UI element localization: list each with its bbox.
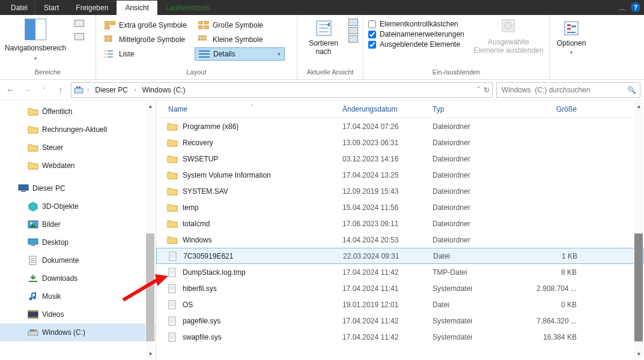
tab-start[interactable]: Start — [35, 1, 67, 15]
tree-item[interactable]: Desktop — [0, 233, 156, 251]
navigation-pane-icon — [25, 19, 46, 40]
file-row[interactable]: hiberfil.sys17.04.2024 11:41Systemdatei2… — [156, 280, 644, 296]
tree-item-label: Desktop — [42, 238, 68, 247]
file-modified: 17.04.2024 11:42 — [342, 333, 433, 341]
help-icon[interactable]: ? — [631, 2, 640, 12]
layout-extra-large[interactable]: Extra große Symbole — [101, 19, 191, 32]
file-row[interactable]: OS19.01.2019 12:01Datei0 KB — [156, 296, 644, 313]
file-icon — [167, 300, 178, 310]
breadcrumb-this-pc[interactable]: Dieser PC — [93, 86, 130, 94]
tab-laufwerktools[interactable]: Laufwerktools — [157, 1, 219, 15]
docs-icon — [28, 256, 38, 265]
layout-small[interactable]: Kleine Symbole — [195, 33, 285, 46]
tree-item[interactable]: Bilder — [0, 215, 156, 233]
checkbox-file-extensions[interactable]: Dateinamenerweiterungen — [368, 30, 464, 38]
file-row[interactable]: SYSTEM.SAV12.09.2019 15:43Dateiordner — [156, 183, 644, 199]
file-row[interactable]: pagefile.sys17.04.2024 11:42Systemdatei7… — [156, 313, 644, 329]
tree-item[interactable]: Downloads — [0, 269, 156, 287]
breadcrumb-drive-c[interactable]: Windows (C:) — [139, 86, 187, 94]
preview-pane-icon[interactable] — [74, 20, 84, 27]
minimize-ribbon-icon[interactable]: ︿ — [619, 4, 626, 14]
file-row[interactable]: 7C305919E62122.03.2024 09:31Datei1 KB — [156, 248, 644, 264]
add-columns-icon[interactable] — [348, 27, 358, 34]
file-row[interactable]: temp15.04.2024 11:56Dateiordner — [156, 199, 644, 215]
file-menu[interactable]: Datei — [4, 1, 35, 15]
folder-icon — [167, 203, 178, 212]
layout-large[interactable]: Große Symbole — [195, 19, 285, 32]
file-row[interactable]: swapfile.sys17.04.2024 11:42Systemdatei1… — [156, 329, 644, 345]
tab-ansicht[interactable]: Ansicht — [117, 1, 157, 15]
col-mod[interactable]: Änderungsdatum — [342, 105, 433, 113]
navigation-tree[interactable]: ÖffentlichRechnungen-AktuellSteuerWebdat… — [0, 100, 156, 360]
col-size[interactable]: Größe — [523, 105, 583, 113]
tree-item[interactable]: Steuer — [0, 139, 156, 157]
up-button[interactable]: ↑ — [54, 83, 67, 97]
file-row[interactable]: totalcmd17.06.2023 09:11Dateiordner — [156, 215, 644, 232]
file-row[interactable]: Windows14.04.2024 20:53Dateiordner — [156, 232, 644, 248]
file-name: pagefile.sys — [183, 317, 342, 325]
search-box[interactable]: 🔍 — [496, 82, 640, 98]
file-name: totalcmd — [183, 220, 342, 228]
folder-icon — [28, 107, 38, 116]
sort-button[interactable]: Sortieren nach — [302, 17, 345, 56]
layout-medium[interactable]: Mittelgroße Symbole — [101, 33, 191, 46]
tree-item[interactable]: Dokumente — [0, 251, 156, 269]
search-input[interactable] — [500, 85, 636, 95]
back-button[interactable]: ← — [4, 83, 17, 97]
svg-rect-69 — [169, 301, 175, 309]
tree-item[interactable]: Öffentlich — [0, 103, 156, 121]
layout-details[interactable]: Details▾ — [195, 47, 285, 61]
tab-freigeben[interactable]: Freigeben — [67, 1, 117, 15]
navigation-pane-button[interactable]: Navigationsbereich ▾ — [5, 19, 66, 61]
folder-icon — [167, 187, 178, 196]
breadcrumb-sep-icon[interactable]: › — [86, 86, 90, 93]
options-button[interactable]: Optionen ▾ — [554, 17, 588, 55]
file-row[interactable]: Recovery13.09.2023 06:31Dateiordner — [156, 134, 644, 151]
col-type[interactable]: Typ — [433, 105, 523, 113]
tree-item[interactable]: Videos — [0, 305, 156, 323]
scroll-up-icon[interactable]: ▴ — [634, 101, 643, 111]
refresh-icon[interactable]: ↻ — [484, 86, 490, 94]
tree-item[interactable]: Musik — [0, 287, 156, 305]
file-name: DumpStack.log.tmp — [183, 268, 342, 277]
tree-item[interactable]: 3D-Objekte — [0, 197, 156, 215]
file-name: temp — [183, 203, 342, 212]
forward-button[interactable]: → — [20, 83, 34, 97]
layout-list[interactable]: Liste — [101, 47, 191, 61]
file-row[interactable]: DumpStack.log.tmp17.04.2024 11:42TMP-Dat… — [156, 264, 644, 280]
svg-rect-68 — [169, 284, 175, 293]
tree-scrollbar[interactable]: ▴ ▾ — [145, 101, 155, 359]
search-icon[interactable]: 🔍 — [627, 86, 636, 94]
file-row[interactable]: SWSETUP03.12.2023 14:16Dateiordner — [156, 151, 644, 167]
pictures-icon — [28, 220, 38, 229]
file-name: 7C305919E621 — [183, 252, 343, 260]
tree-item[interactable]: Webdaten — [0, 157, 156, 175]
list-scrollbar[interactable]: ▴ ▾ — [634, 101, 643, 359]
tree-item[interactable]: Windows (C:) — [0, 323, 156, 341]
file-row[interactable]: Programme (x86)17.04.2024 07:26Dateiordn… — [156, 118, 644, 134]
scroll-down-icon[interactable]: ▾ — [145, 349, 155, 359]
details-pane-icon[interactable] — [74, 33, 84, 40]
file-name: Windows — [183, 236, 342, 244]
address-dropdown-icon[interactable]: ˅ — [477, 86, 480, 94]
file-modified: 19.01.2019 12:01 — [342, 301, 433, 309]
scroll-up-icon[interactable]: ▴ — [145, 101, 155, 111]
column-headers[interactable]: Name˄ Änderungsdatum Typ Größe — [156, 100, 644, 118]
file-row[interactable]: System Volume Information17.04.2024 13:2… — [156, 167, 644, 183]
history-dropdown[interactable]: ˅ — [37, 83, 50, 97]
group-by-icon[interactable] — [348, 19, 358, 26]
tree-item[interactable]: Rechnungen-Aktuell — [0, 121, 156, 139]
layout-gallery[interactable]: Extra große Symbole Große Symbole Mittel… — [101, 17, 292, 61]
checkbox-hidden-items[interactable]: Ausgeblendete Elemente — [368, 40, 464, 49]
size-columns-icon[interactable] — [348, 35, 358, 43]
col-name[interactable]: Name˄ — [156, 105, 342, 113]
file-list[interactable]: Name˄ Änderungsdatum Typ Größe Programme… — [156, 100, 644, 360]
file-name: SWSETUP — [183, 155, 342, 163]
breadcrumb-sep-icon[interactable]: › — [133, 86, 137, 93]
tree-item[interactable]: Dieser PC — [0, 179, 156, 197]
breadcrumb-bar[interactable]: › Dieser PC › Windows (C:) ˅ ↻ — [71, 82, 493, 98]
svg-rect-3 — [198, 21, 202, 24]
scroll-down-icon[interactable]: ▾ — [634, 349, 643, 359]
checkbox-item-checkboxes[interactable]: Elementkontrollkästchen — [368, 20, 464, 28]
file-name: System Volume Information — [183, 171, 342, 179]
